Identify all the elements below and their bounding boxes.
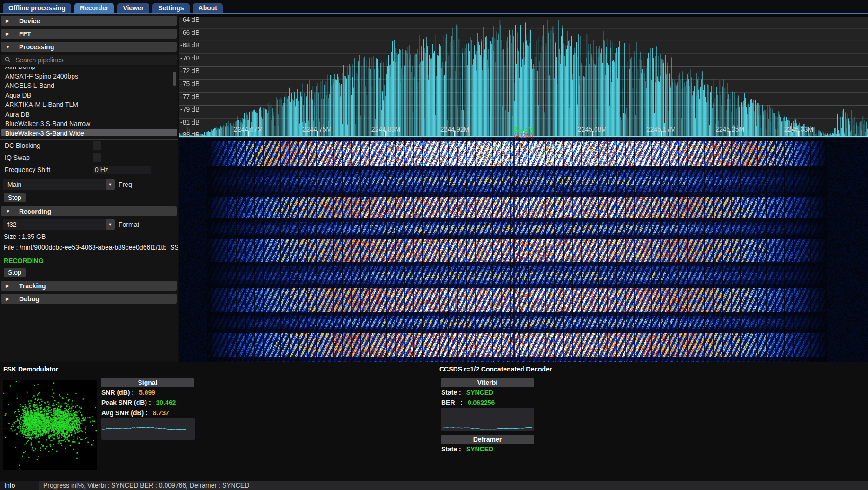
tabbar: Offline processingRecorderViewerSettings… xyxy=(0,0,868,14)
ber-value: 0.062256 xyxy=(468,399,495,406)
format-select[interactable]: f32 ▼ xyxy=(3,219,115,230)
frequency-shift-input[interactable]: 0 Hz xyxy=(93,166,151,174)
recording-file-text: File : /mnt/9000dcbc-ee53-4063-abea-b89c… xyxy=(4,244,178,251)
pipeline-item[interactable]: Aim Dump xyxy=(1,67,177,72)
pipeline-item[interactable]: ARKTIKA-M L-Band TLM xyxy=(1,100,177,110)
search-input[interactable] xyxy=(14,56,173,64)
viterbi-ber-row: BER : 0.062256 xyxy=(441,397,495,408)
tab-about[interactable]: About xyxy=(193,3,223,13)
format-row: f32 ▼ Format xyxy=(3,219,178,230)
stat-row: SNR (dB) :5.899 xyxy=(101,387,176,397)
section-label-fft: FFT xyxy=(19,30,31,38)
tab-settings[interactable]: Settings xyxy=(152,3,189,13)
viterbi-state-row: State : SYNCED xyxy=(441,387,495,397)
scrollbar-thumb[interactable] xyxy=(173,72,176,86)
tab-recorder[interactable]: Recorder xyxy=(74,3,114,13)
section-header-debug[interactable]: ▶ Debug xyxy=(1,294,177,304)
pipeline-item[interactable]: ANGELS L-Band xyxy=(1,81,177,91)
iq-swap-checkbox[interactable] xyxy=(93,153,101,162)
fft-spectrum-canvas[interactable] xyxy=(179,14,868,138)
ber-label: BER : xyxy=(441,399,463,406)
snr-history-plot xyxy=(101,418,195,440)
ber-history-plot xyxy=(441,408,534,431)
pipeline-list[interactable]: Aim DumpAMSAT-F Spino 2400bpsANGELS L-Ba… xyxy=(1,67,177,136)
section-header-fft[interactable]: ▶ FFT xyxy=(1,29,177,39)
frequency-shift-label: Frequency Shift xyxy=(0,164,89,176)
param-row-iq-swap: IQ Swap xyxy=(0,152,178,164)
chevron-down-icon[interactable]: ▼ xyxy=(106,179,115,190)
db-axis-label: -70 dB xyxy=(180,55,199,61)
pipeline-item[interactable]: BlueWalker-3 S-Band Wide xyxy=(1,129,177,136)
section-header-processing[interactable]: ▼ Processing xyxy=(1,42,177,52)
viterbi-stats: State : SYNCED BER : 0.062256 xyxy=(441,387,495,408)
db-axis-label: -77 dB xyxy=(180,93,199,100)
db-axis-label: -66 dB xyxy=(180,29,199,36)
freq-axis-label: 2245.17M xyxy=(633,126,689,132)
dc-blocking-checkbox[interactable] xyxy=(93,141,101,150)
recording-size-text: Size : 1.35 GB xyxy=(4,233,178,240)
dc-blocking-label: DC Blocking xyxy=(0,140,89,152)
tab-viewer[interactable]: Viewer xyxy=(117,3,149,13)
source-select[interactable]: Main ▼ xyxy=(3,179,115,190)
deframer-stats: State : SYNCED xyxy=(441,444,493,454)
freq-axis-label: 2244.83M xyxy=(358,126,414,132)
iq-swap-label: IQ Swap xyxy=(0,152,89,164)
chevron-right-icon: ▶ xyxy=(6,31,11,36)
chevron-down-icon: ▼ xyxy=(6,209,11,214)
stat-label: SNR (dB) : xyxy=(101,389,134,396)
statusbar: Info Progress inf%, Viterbi : SYNCED BER… xyxy=(0,481,868,490)
center-freq-offset-label: (412M) xyxy=(496,133,551,139)
section-header-device[interactable]: ▶ Device xyxy=(1,16,177,26)
freq-axis-label: 2245.25M xyxy=(702,126,758,132)
section-label-debug: Debug xyxy=(19,295,40,303)
fft-stop-button[interactable]: Stop xyxy=(4,193,26,202)
signal-stats: SNR (dB) :5.899Peak SNR (dB) :10.462Avg … xyxy=(101,387,176,418)
waterfall-canvas[interactable] xyxy=(179,138,868,362)
tabbar-tabs: Offline processingRecorderViewerSettings… xyxy=(3,3,223,13)
statusbar-message: Progress inf%, Viterbi : SYNCED BER : 0.… xyxy=(39,481,868,490)
pipeline-item[interactable]: AMSAT-F Spino 2400bps xyxy=(1,72,177,81)
stat-label: Peak SNR (dB) : xyxy=(101,399,151,406)
section-header-tracking[interactable]: ▶ Tracking xyxy=(1,281,177,291)
db-axis-label: -72 dB xyxy=(180,67,199,74)
section-label-device: Device xyxy=(19,17,40,25)
chevron-right-icon: ▶ xyxy=(6,296,11,301)
format-select-label: Format xyxy=(119,221,139,228)
source-select-label: Freq xyxy=(119,181,132,188)
freq-axis-label: 2244.75M xyxy=(289,126,345,132)
section-label-tracking: Tracking xyxy=(19,282,46,290)
source-row: Main ▼ Freq xyxy=(3,179,178,190)
format-select-value: f32 xyxy=(7,219,16,230)
state-label: State : xyxy=(441,389,461,396)
freq-axis-label: 2245.33M xyxy=(771,126,827,132)
pipeline-search xyxy=(1,55,177,65)
deframer-header: Deframer xyxy=(441,435,534,444)
viterbi-state-value: SYNCED xyxy=(466,389,493,396)
statusbar-info-tab[interactable]: Info xyxy=(0,481,39,490)
stat-value: 5.899 xyxy=(139,389,155,396)
stat-label: Avg SNR (dB) : xyxy=(101,409,148,417)
pipeline-item[interactable]: BlueWalker-3 S-Band Narrow xyxy=(1,119,177,129)
db-axis-label: -79 dB xyxy=(180,106,199,113)
fft-display: -64 dB-66 dB-68 dB-70 dB-72 dB-75 dB-77 … xyxy=(179,14,868,362)
demodulator-title: FSK Demodulator xyxy=(3,365,58,373)
sidebar: ▶ Device ▶ FFT ▼ Processing Aim DumpAMSA… xyxy=(0,14,178,362)
tab-offline-processing[interactable]: Offline processing xyxy=(3,3,71,13)
section-label-recording: Recording xyxy=(19,208,51,215)
db-axis-label: -64 dB xyxy=(180,16,199,23)
db-axis-label: -75 dB xyxy=(180,80,199,87)
app-root: Offline processingRecorderViewerSettings… xyxy=(0,0,868,490)
section-header-recording[interactable]: ▼ Recording xyxy=(1,206,177,216)
db-axis-label: -81 dB xyxy=(180,119,199,126)
db-axis-label: -83 dB xyxy=(180,132,199,138)
stat-value: 8.737 xyxy=(153,409,169,417)
recording-stop-button[interactable]: Stop xyxy=(4,268,26,277)
chevron-right-icon: ▶ xyxy=(6,283,11,288)
chevron-down-icon: ▼ xyxy=(6,44,11,49)
stat-row: Avg SNR (dB) :8.737 xyxy=(101,408,176,418)
pipeline-item[interactable]: Aqua DB xyxy=(1,91,177,100)
decoder-title: CCSDS r=1/2 Concatenated Decoder xyxy=(439,365,552,373)
viterbi-header: Viterbi xyxy=(441,378,534,387)
chevron-down-icon[interactable]: ▼ xyxy=(106,219,115,230)
pipeline-item[interactable]: Aura DB xyxy=(1,110,177,119)
